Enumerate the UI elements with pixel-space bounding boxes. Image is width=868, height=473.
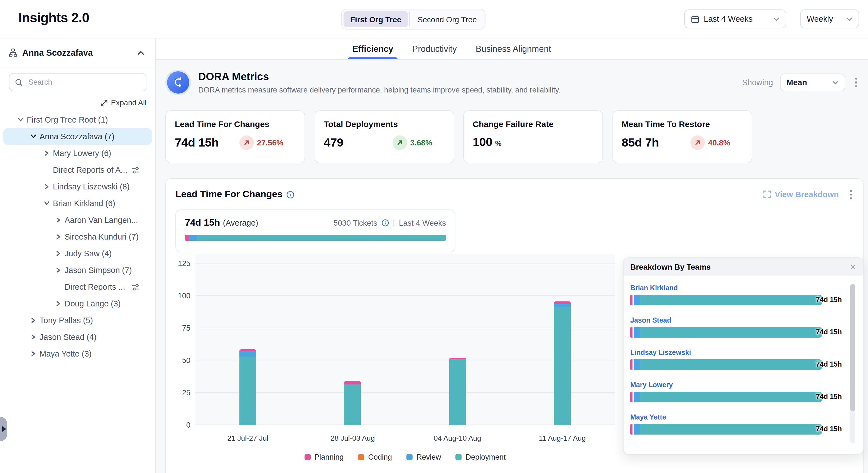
team-bar-wrap: 74d 15h (630, 392, 823, 402)
legend-label: Planning (314, 453, 343, 461)
y-tick-75: 75 (182, 324, 190, 332)
team-value: 74d 15h (816, 328, 842, 336)
date-range-value: Last 4 Weeks (704, 14, 752, 23)
breakdown-row-mary-lowery: Mary Lowery74d 15h (630, 381, 856, 402)
delta-badge: 3.68% (393, 136, 432, 150)
y-tick-125: 125 (178, 259, 190, 268)
team-bar-segment (633, 295, 640, 305)
team-bar-wrap: 74d 15h (630, 359, 823, 370)
tree-item-label: Maya Yette (3) (39, 349, 92, 358)
chevron-right-icon (55, 217, 62, 223)
team-bar-segment (640, 424, 823, 435)
team-link[interactable]: Mary Lowery (630, 381, 856, 389)
team-link[interactable]: Jason Stead (630, 317, 856, 324)
info-icon[interactable] (381, 219, 389, 227)
chevron-down-icon (43, 201, 50, 206)
average-meta: 5030 Tickets | Last 4 Weeks (334, 218, 446, 227)
tree-item-judy-saw-4[interactable]: Judy Saw (4) (3, 245, 152, 262)
chevron-right-icon (43, 184, 50, 189)
bar-segment-deployment (240, 357, 256, 425)
tree-item-tony-pallas-5[interactable]: Tony Pallas (5) (3, 312, 152, 329)
tree-item-sireesha-kunduri-7[interactable]: Sireesha Kunduri (7) (3, 229, 152, 245)
tree-item-jason-stead-4[interactable]: Jason Stead (4) (3, 329, 152, 346)
aggregation-select[interactable]: Mean (780, 73, 845, 91)
lead-time-title: Lead Time For Changes (175, 189, 283, 200)
toggle-divider (409, 12, 410, 26)
date-range-select[interactable]: Last 4 Weeks (684, 9, 786, 28)
average-stacked-bar (185, 235, 446, 240)
tree-item-anna-scozzafava-7[interactable]: Anna Scozzafava (7) (3, 128, 152, 145)
expand-icon (101, 99, 107, 106)
tree-item-mary-lowery-6[interactable]: Mary Lowery (6) (3, 145, 152, 161)
granularity-value: Weekly (807, 14, 833, 23)
team-value: 74d 15h (816, 296, 842, 304)
metric-card-lead-time-for-changes: Lead Time For Changes74d 15h27.56% (165, 110, 305, 163)
tree-item-label: Direct Reports ... (65, 283, 125, 291)
tree-item-label: Brian Kirkland (6) (53, 199, 115, 208)
breakdown-header: Breakdown By Teams ✕ (624, 258, 863, 276)
bar-segment-deployment (554, 307, 571, 425)
team-bar-wrap: 74d 15h (630, 295, 823, 305)
team-link[interactable]: Brian Kirkland (630, 284, 856, 292)
divider: | (393, 218, 395, 227)
team-value: 74d 15h (816, 360, 842, 368)
dora-header: DORA Metrics DORA metrics measure softwa… (165, 70, 860, 95)
team-bar-segment (630, 424, 632, 435)
tree-item-brian-kirkland-6[interactable]: Brian Kirkland (6) (3, 195, 152, 212)
legend-label: Coding (368, 453, 392, 461)
team-link[interactable]: Maya Yette (630, 413, 856, 421)
search-icon (15, 78, 23, 86)
team-bar-segment (630, 392, 632, 402)
expand-all-button[interactable]: Expand All (9, 98, 147, 107)
toggle-first-org-tree[interactable]: First Org Tree (343, 11, 408, 27)
breakdown-row-maya-yette: Maya Yette74d 15h (630, 413, 856, 435)
scrollbar-thumb[interactable] (850, 284, 855, 411)
lead-time-title-row: Lead Time For Changes (175, 189, 295, 200)
tree-item-direct-reports-of-a[interactable]: Direct Reports of A... (3, 161, 152, 178)
content-area: DORA Metrics DORA metrics measure softwa… (156, 60, 868, 473)
delta-badge: 40.8% (690, 136, 730, 150)
tree-item-first-org-tree-root-1[interactable]: First Org Tree Root (1) (3, 112, 152, 128)
chevron-right-icon (43, 150, 50, 156)
legend-label: Deployment (466, 453, 506, 461)
tab-business-alignment[interactable]: Business Alignment (476, 38, 551, 59)
tree-item-lindsay-liszewski-8[interactable]: Lindsay Liszewski (8) (3, 178, 152, 195)
showing-controls: Showing Mean (742, 73, 860, 91)
tab-efficiency[interactable]: Efficiency (352, 38, 393, 59)
tree-item-label: Direct Reports of A... (53, 166, 127, 174)
bar-21-jul-27-jul (240, 350, 256, 425)
breakdown-row-jason-stead: Jason Stead74d 15h (630, 317, 856, 337)
bar-04-aug-10-aug (449, 358, 466, 425)
chevron-down-icon (30, 134, 37, 139)
team-link[interactable]: Lindsay Liszewski (630, 349, 856, 357)
sidebar-user-name: Anna Scozzafava (22, 48, 93, 58)
x-label-28-jul-03-aug: 28 Jul-03 Aug (331, 434, 375, 442)
tab-productivity[interactable]: Productivity (412, 38, 457, 59)
breakdown-scrollbar (850, 284, 855, 443)
tickets-count: 5030 Tickets (334, 218, 377, 227)
dora-menu-button[interactable] (851, 76, 860, 89)
filter-sliders-icon[interactable] (131, 166, 140, 174)
tree-item-aaron-van-langen[interactable]: Aaron Van Langen... (3, 212, 152, 229)
close-icon[interactable]: ✕ (850, 263, 856, 271)
tree-item-label: Anna Scozzafava (7) (39, 132, 115, 141)
search-input[interactable] (27, 78, 140, 87)
lead-time-menu-button[interactable] (846, 188, 855, 201)
sidebar-collapse-handle[interactable] (0, 417, 7, 441)
chevron-right-icon (55, 234, 62, 240)
tree-item-jason-simpson-7[interactable]: Jason Simpson (7) (3, 262, 152, 278)
legend-swatch-review (406, 454, 412, 460)
tree-item-direct-reports[interactable]: Direct Reports ... (3, 278, 152, 295)
toggle-second-org-tree[interactable]: Second Org Tree (411, 11, 484, 27)
info-icon[interactable] (286, 190, 295, 199)
tree-item-maya-yette-3[interactable]: Maya Yette (3) (3, 346, 152, 362)
tree-item-doug-lange-3[interactable]: Doug Lange (3) (3, 295, 152, 312)
filter-sliders-icon[interactable] (131, 283, 140, 291)
metric-card-value: 479 (324, 136, 343, 150)
bar-11-aug-17-aug (554, 302, 571, 425)
collapse-tree-button[interactable] (135, 48, 147, 57)
legend-swatch-coding (358, 454, 364, 460)
view-breakdown-button[interactable]: View Breakdown (763, 190, 839, 199)
granularity-select[interactable]: Weekly (800, 9, 859, 28)
gridline-100 (195, 295, 615, 296)
